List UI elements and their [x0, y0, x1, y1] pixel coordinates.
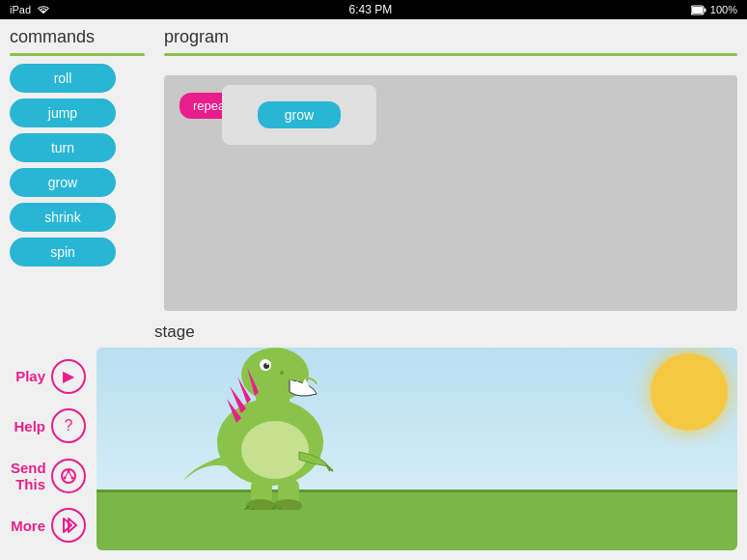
main-container: commands roll jump turn grow shrink spin… — [0, 19, 747, 560]
status-bar-left: iPad — [10, 4, 50, 15]
svg-point-18 — [266, 363, 268, 365]
share-icon — [51, 459, 86, 493]
more-label: More — [11, 518, 45, 534]
help-label: Help — [11, 418, 45, 434]
status-bar: iPad 6:43 PM 100% — [0, 0, 747, 19]
dinosaur-svg — [174, 348, 367, 510]
commands-divider — [10, 53, 145, 56]
help-control[interactable]: Help ? — [11, 408, 86, 443]
program-canvas: repeat 5 grow — [164, 75, 737, 311]
more-icon — [51, 508, 86, 543]
battery-label: 100% — [710, 4, 737, 15]
svg-point-19 — [280, 371, 284, 375]
share-svg — [60, 467, 77, 485]
status-bar-right: 100% — [691, 4, 737, 15]
top-section: commands roll jump turn grow shrink spin… — [0, 19, 747, 319]
more-svg — [59, 518, 78, 533]
program-divider — [164, 53, 737, 56]
play-label: Play — [11, 368, 45, 384]
send-this-label: Send This — [11, 460, 45, 492]
spin-button[interactable]: spin — [10, 238, 116, 266]
shrink-button[interactable]: shrink — [10, 203, 116, 232]
wifi-icon — [37, 5, 50, 14]
svg-point-24 — [241, 421, 309, 479]
svg-point-17 — [263, 363, 269, 369]
commands-panel: commands roll jump turn grow shrink spin — [0, 19, 154, 319]
more-control[interactable]: More — [11, 508, 86, 543]
grow-inside-block[interactable]: grow — [258, 101, 341, 128]
sun — [650, 353, 728, 431]
turn-button[interactable]: turn — [10, 133, 116, 162]
repeat-inner-container: grow — [222, 85, 376, 145]
battery-icon — [691, 5, 706, 15]
program-panel: program repeat 5 grow — [154, 19, 747, 319]
device-label: iPad — [10, 4, 31, 15]
help-icon: ? — [51, 408, 86, 443]
grow-button[interactable]: grow — [10, 168, 116, 197]
stage-canvas — [97, 348, 737, 550]
program-label: program — [164, 27, 737, 47]
jump-button[interactable]: jump — [10, 98, 116, 127]
stage-label-row: stage — [0, 319, 747, 342]
commands-label: commands — [10, 27, 145, 47]
svg-rect-2 — [692, 7, 703, 14]
send-this-control[interactable]: Send This — [11, 459, 86, 493]
bottom-section: Play ▶ Help ? Send This — [0, 342, 747, 560]
controls-panel: Play ▶ Help ? Send This — [0, 342, 97, 560]
play-icon: ▶ — [51, 359, 86, 394]
stage-label: stage — [154, 322, 195, 342]
svg-line-7 — [65, 471, 69, 478]
status-bar-time: 6:43 PM — [349, 3, 393, 16]
dino-container — [174, 348, 367, 500]
svg-rect-1 — [704, 8, 706, 12]
play-control[interactable]: Play ▶ — [11, 359, 86, 394]
roll-button[interactable]: roll — [10, 64, 116, 93]
svg-line-8 — [69, 471, 72, 478]
